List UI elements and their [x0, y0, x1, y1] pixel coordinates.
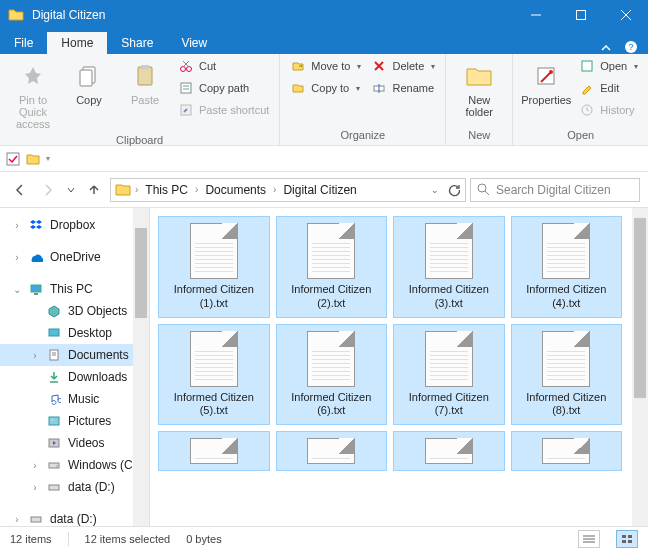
- file-item[interactable]: Informed Citizen (6).txt: [276, 324, 388, 426]
- paste-button[interactable]: Paste: [118, 56, 172, 110]
- file-item[interactable]: [393, 431, 505, 471]
- file-item[interactable]: Informed Citizen (3).txt: [393, 216, 505, 318]
- cut-icon: [178, 58, 194, 74]
- svg-line-40: [485, 191, 489, 195]
- sidebar-item-videos[interactable]: Videos: [0, 432, 149, 454]
- close-button[interactable]: [603, 0, 648, 30]
- move-to-icon: [290, 58, 306, 74]
- address-dropdown-icon[interactable]: ⌄: [431, 185, 439, 195]
- dropbox-icon: [28, 217, 44, 233]
- history-button[interactable]: History: [575, 100, 642, 120]
- properties-button[interactable]: Properties: [519, 56, 573, 110]
- content-scrollbar[interactable]: [632, 208, 648, 526]
- file-item[interactable]: Informed Citizen (2).txt: [276, 216, 388, 318]
- svg-point-48: [51, 419, 53, 421]
- open-icon: [579, 58, 595, 74]
- folder-quick-icon[interactable]: [26, 152, 40, 166]
- chevron-right-icon[interactable]: ›: [193, 184, 200, 195]
- documents-icon: [46, 347, 62, 363]
- sidebar-item-pictures[interactable]: Pictures: [0, 410, 149, 432]
- search-box[interactable]: [470, 178, 640, 202]
- breadcrumb-this-pc[interactable]: This PC: [142, 183, 191, 197]
- tab-view[interactable]: View: [167, 32, 221, 54]
- sidebar-item-data-d[interactable]: ›data (D:): [0, 476, 149, 498]
- sidebar-item-documents[interactable]: ›Documents: [0, 344, 149, 366]
- quick-dropdown-icon[interactable]: ▾: [46, 154, 50, 163]
- nav-forward-button[interactable]: [36, 178, 60, 202]
- pin-to-quick-access-button[interactable]: Pin to Quick access: [6, 56, 60, 134]
- pin-label: Pin to Quick access: [8, 94, 58, 130]
- drive-icon: [46, 479, 62, 495]
- svg-rect-8: [138, 67, 152, 85]
- sidebar-item-onedrive[interactable]: › OneDrive: [0, 246, 149, 268]
- details-view-button[interactable]: [578, 530, 600, 548]
- file-item[interactable]: [158, 431, 270, 471]
- sidebar-item-windows-c[interactable]: ›Windows (C:): [0, 454, 149, 476]
- ribbon: Pin to Quick access Copy Paste Cut Copy …: [0, 54, 648, 146]
- copy-to-icon: [290, 80, 306, 96]
- checkbox-icon[interactable]: [6, 152, 20, 166]
- chevron-right-icon[interactable]: ›: [271, 184, 278, 195]
- file-item[interactable]: [276, 431, 388, 471]
- help-button[interactable]: ?: [624, 40, 648, 54]
- text-file-icon: [542, 223, 590, 279]
- main-area: › Dropbox › OneDrive ⌄ This PC 3D Object…: [0, 208, 648, 526]
- copy-to-button[interactable]: Copy to▾: [286, 78, 365, 98]
- sidebar-item-3d-objects[interactable]: 3D Objects: [0, 300, 149, 322]
- file-item[interactable]: Informed Citizen (7).txt: [393, 324, 505, 426]
- window-title: Digital Citizen: [32, 8, 513, 22]
- svg-rect-62: [622, 540, 626, 543]
- chevron-right-icon[interactable]: ›: [133, 184, 140, 195]
- maximize-button[interactable]: [558, 0, 603, 30]
- rename-button[interactable]: Rename: [367, 78, 439, 98]
- sidebar-item-this-pc[interactable]: ⌄ This PC: [0, 278, 149, 300]
- titlebar: Digital Citizen: [0, 0, 648, 30]
- svg-rect-61: [628, 535, 632, 538]
- ribbon-group-organize: Move to▾ Copy to▾ Delete▾ Rename Organiz…: [280, 54, 446, 145]
- file-item[interactable]: Informed Citizen (8).txt: [511, 324, 623, 426]
- svg-rect-9: [141, 65, 149, 69]
- cut-button[interactable]: Cut: [174, 56, 273, 76]
- move-to-button[interactable]: Move to▾: [286, 56, 365, 76]
- paste-shortcut-button[interactable]: Paste shortcut: [174, 100, 273, 120]
- file-item[interactable]: Informed Citizen (5).txt: [158, 324, 270, 426]
- nav-up-button[interactable]: [82, 178, 106, 202]
- ribbon-collapse-button[interactable]: [600, 42, 624, 54]
- status-bar: 12 items 12 items selected 0 bytes: [0, 526, 648, 550]
- sidebar-item-downloads[interactable]: Downloads: [0, 366, 149, 388]
- tab-share[interactable]: Share: [107, 32, 167, 54]
- svg-point-10: [181, 67, 186, 72]
- nav-back-button[interactable]: [8, 178, 32, 202]
- copy-path-button[interactable]: Copy path: [174, 78, 273, 98]
- tab-home[interactable]: Home: [47, 32, 107, 54]
- breadcrumb-documents[interactable]: Documents: [202, 183, 269, 197]
- svg-rect-24: [582, 61, 592, 71]
- address-folder-icon: [115, 182, 131, 198]
- search-input[interactable]: [496, 183, 633, 197]
- file-item[interactable]: Informed Citizen (1).txt: [158, 216, 270, 318]
- breadcrumb-digital-citizen[interactable]: Digital Citizen: [280, 183, 359, 197]
- tab-file[interactable]: File: [0, 32, 47, 54]
- icons-view-button[interactable]: [616, 530, 638, 548]
- copy-button[interactable]: Copy: [62, 56, 116, 110]
- sidebar-item-dropbox[interactable]: › Dropbox: [0, 214, 149, 236]
- svg-rect-7: [80, 70, 92, 86]
- file-item[interactable]: [511, 431, 623, 471]
- svg-point-11: [187, 67, 192, 72]
- search-icon: [477, 183, 490, 196]
- sidebar-item-desktop[interactable]: Desktop: [0, 322, 149, 344]
- file-item[interactable]: Informed Citizen (4).txt: [511, 216, 623, 318]
- new-folder-button[interactable]: New folder: [452, 56, 506, 122]
- file-list: Informed Citizen (1).txt Informed Citize…: [150, 208, 648, 526]
- sidebar-item-music[interactable]: Music: [0, 388, 149, 410]
- sidebar-scrollbar[interactable]: [133, 208, 149, 526]
- delete-button[interactable]: Delete▾: [367, 56, 439, 76]
- sidebar-item-data-d-2[interactable]: ›data (D:): [0, 508, 149, 526]
- address-box[interactable]: › This PC › Documents › Digital Citizen …: [110, 178, 466, 202]
- nav-recent-button[interactable]: [64, 178, 78, 202]
- open-button[interactable]: Open▾: [575, 56, 642, 76]
- edit-button[interactable]: Edit: [575, 78, 642, 98]
- minimize-button[interactable]: [513, 0, 558, 30]
- refresh-button[interactable]: [447, 183, 461, 197]
- paste-icon: [129, 60, 161, 92]
